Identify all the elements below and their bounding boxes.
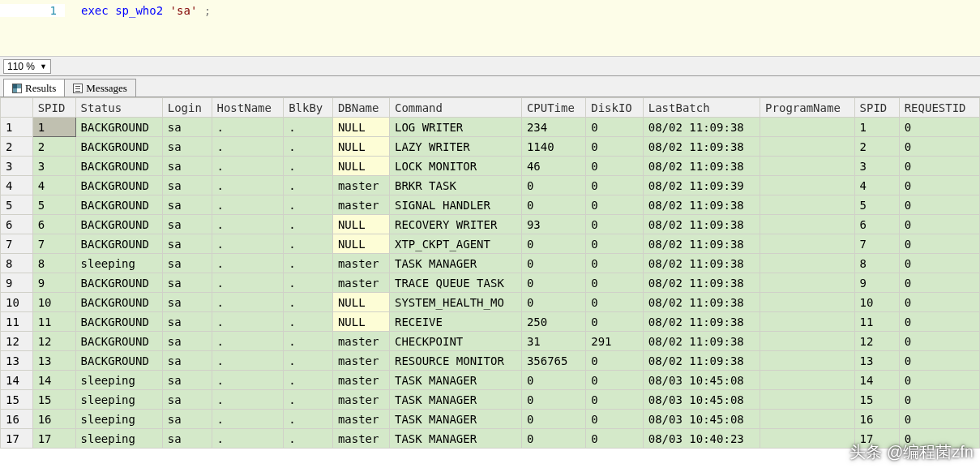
cell[interactable]: master <box>332 273 389 293</box>
cell[interactable]: 08/02 11:09:38 <box>643 293 760 312</box>
cell[interactable]: sa <box>162 195 212 215</box>
cell[interactable]: sa <box>162 293 212 312</box>
cell[interactable] <box>760 312 854 332</box>
cell[interactable]: 0 <box>521 273 585 293</box>
cell-spid[interactable]: 1 <box>32 118 75 137</box>
cell[interactable] <box>760 293 854 312</box>
cell[interactable]: LOCK MONITOR <box>389 157 521 176</box>
table-row[interactable]: 99BACKGROUNDsa..masterTRACE QUEUE TASK00… <box>1 273 980 293</box>
cell[interactable]: 0 <box>586 293 644 312</box>
cell[interactable] <box>760 371 854 390</box>
cell[interactable]: TASK MANAGER <box>389 390 521 410</box>
results-grid[interactable]: SPIDStatusLoginHostNameBlkByDBNameComman… <box>0 97 980 449</box>
cell[interactable]: SIGNAL HANDLER <box>389 195 521 215</box>
column-header[interactable]: CPUTime <box>521 98 585 118</box>
cell[interactable]: sleeping <box>75 390 162 410</box>
cell[interactable]: sa <box>162 312 212 332</box>
cell-spid[interactable]: 10 <box>32 293 75 312</box>
cell[interactable]: 12 <box>1 332 33 351</box>
cell[interactable] <box>760 410 854 429</box>
cell[interactable]: 0 <box>521 410 585 429</box>
cell[interactable]: LOG WRITER <box>389 118 521 137</box>
cell[interactable]: 0 <box>899 332 979 351</box>
cell[interactable]: sa <box>162 410 212 429</box>
cell[interactable]: 93 <box>521 215 585 234</box>
cell[interactable]: BACKGROUND <box>75 176 162 195</box>
cell[interactable]: 0 <box>586 351 644 371</box>
column-header[interactable]: BlkBy <box>284 98 333 118</box>
cell[interactable]: 14 <box>854 371 899 390</box>
cell[interactable]: 14 <box>1 371 33 390</box>
cell[interactable]: sa <box>162 215 212 234</box>
cell[interactable]: BACKGROUND <box>75 157 162 176</box>
cell[interactable]: 3 <box>1 157 33 176</box>
cell[interactable]: 0 <box>586 195 644 215</box>
cell[interactable]: 31 <box>521 332 585 351</box>
cell[interactable]: 13 <box>854 351 899 371</box>
cell[interactable]: sa <box>162 351 212 371</box>
cell[interactable] <box>760 195 854 215</box>
table-row[interactable]: 1717sleepingsa..masterTASK MANAGER0008/0… <box>1 429 980 449</box>
cell[interactable]: 0 <box>521 195 585 215</box>
cell[interactable]: BACKGROUND <box>75 195 162 215</box>
cell[interactable]: . <box>212 429 284 449</box>
cell[interactable]: 10 <box>854 293 899 312</box>
cell[interactable]: 11 <box>854 312 899 332</box>
cell[interactable]: master <box>332 332 389 351</box>
cell[interactable]: 08/02 11:09:38 <box>643 195 760 215</box>
cell[interactable]: 08/03 10:45:08 <box>643 371 760 390</box>
column-header[interactable]: DiskIO <box>586 98 644 118</box>
cell[interactable]: 0 <box>586 254 644 273</box>
cell[interactable]: 0 <box>521 371 585 390</box>
cell[interactable]: . <box>212 195 284 215</box>
cell[interactable]: 0 <box>899 429 979 449</box>
table-row[interactable]: 33BACKGROUNDsa..NULLLOCK MONITOR46008/02… <box>1 157 980 176</box>
cell[interactable]: sa <box>162 157 212 176</box>
code-line[interactable]: exec sp_who2 'sa' ; <box>65 4 211 17</box>
cell[interactable]: BACKGROUND <box>75 312 162 332</box>
cell[interactable]: 5 <box>854 195 899 215</box>
cell[interactable]: 0 <box>586 215 644 234</box>
cell-spid[interactable]: 4 <box>32 176 75 195</box>
cell[interactable]: . <box>284 254 333 273</box>
cell[interactable]: 2 <box>1 137 33 157</box>
cell-spid[interactable]: 14 <box>32 371 75 390</box>
cell[interactable]: 0 <box>899 293 979 312</box>
cell[interactable]: 1 <box>1 118 33 137</box>
cell[interactable]: 08/02 11:09:38 <box>643 312 760 332</box>
cell[interactable]: 0 <box>521 390 585 410</box>
cell[interactable]: 0 <box>899 410 979 429</box>
cell[interactable]: . <box>212 215 284 234</box>
cell[interactable]: . <box>212 312 284 332</box>
cell[interactable]: 08/02 11:09:38 <box>643 234 760 254</box>
cell[interactable] <box>760 157 854 176</box>
cell[interactable]: 6 <box>854 215 899 234</box>
table-row[interactable]: 1616sleepingsa..masterTASK MANAGER0008/0… <box>1 410 980 429</box>
cell-spid[interactable]: 8 <box>32 254 75 273</box>
cell[interactable]: . <box>284 312 333 332</box>
cell[interactable]: . <box>284 351 333 371</box>
cell[interactable]: sleeping <box>75 371 162 390</box>
cell[interactable]: sleeping <box>75 410 162 429</box>
cell[interactable]: 356765 <box>521 351 585 371</box>
cell[interactable]: . <box>212 351 284 371</box>
cell-spid[interactable]: 3 <box>32 157 75 176</box>
cell[interactable]: 0 <box>899 234 979 254</box>
cell[interactable]: TASK MANAGER <box>389 410 521 429</box>
tab-messages[interactable]: Messages <box>64 79 136 97</box>
cell[interactable]: 08/03 10:45:08 <box>643 390 760 410</box>
cell[interactable]: 2 <box>854 137 899 157</box>
cell[interactable]: sleeping <box>75 429 162 449</box>
cell[interactable]: LAZY WRITER <box>389 137 521 157</box>
cell-spid[interactable]: 5 <box>32 195 75 215</box>
cell[interactable]: 5 <box>1 195 33 215</box>
cell[interactable]: 15 <box>1 390 33 410</box>
column-header[interactable]: ProgramName <box>760 98 854 118</box>
cell[interactable]: NULL <box>332 157 389 176</box>
cell[interactable]: 0 <box>521 293 585 312</box>
cell[interactable]: 0 <box>899 273 979 293</box>
cell[interactable]: RECEIVE <box>389 312 521 332</box>
column-header[interactable]: Status <box>75 98 162 118</box>
cell[interactable]: sa <box>162 332 212 351</box>
cell[interactable]: BACKGROUND <box>75 137 162 157</box>
